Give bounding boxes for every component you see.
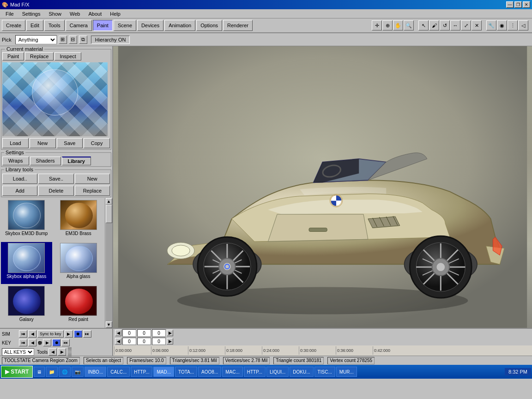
pick-dropdown[interactable]: Anything Objects Materials — [15, 35, 57, 44]
restore-button[interactable]: ❐ — [514, 1, 522, 8]
tl-nav-right-2[interactable]: ▶ — [167, 338, 173, 345]
taskbar-btn-tisc[interactable]: TISC... — [314, 367, 335, 377]
lib-new-btn[interactable]: New — [75, 174, 110, 184]
lib-load-btn[interactable]: Load.. — [2, 174, 37, 184]
nav-icon-1[interactable]: ✛ — [372, 20, 382, 30]
list-item[interactable]: Skybox EM3D Bump — [1, 199, 52, 241]
tl-input-2c[interactable] — [152, 338, 166, 345]
list-item[interactable]: Alpha glass — [53, 242, 104, 284]
tab-tools[interactable]: Tools — [44, 20, 65, 31]
delete-icon[interactable]: ✕ — [472, 20, 482, 30]
mat-copy-btn[interactable]: Copy — [84, 138, 110, 148]
scale-icon[interactable]: ⤢ — [461, 20, 471, 30]
sim-rewind[interactable]: ⏮ — [19, 330, 27, 338]
hierarchy-icon[interactable]: ⋮ — [508, 20, 518, 30]
taskbar-btn-mac[interactable]: MAC... — [222, 367, 243, 377]
list-item[interactable]: EM3D Brass — [53, 199, 104, 241]
start-button[interactable]: ▶ START — [1, 366, 33, 378]
taskbar-btn-folder[interactable]: 📁 — [46, 367, 58, 377]
paint-icon[interactable]: 🖌 — [429, 20, 439, 30]
pick-icon-3[interactable]: ⧉ — [79, 36, 87, 44]
scrollbar-track[interactable] — [106, 205, 112, 321]
tl-input-1c[interactable] — [152, 329, 166, 337]
list-item[interactable]: Red paint — [53, 285, 104, 327]
tl-input-2b[interactable] — [137, 338, 151, 345]
key-dot[interactable] — [37, 340, 42, 345]
tab-inspect-mat[interactable]: Inspect — [54, 52, 81, 60]
taskbar-btn-aoob[interactable]: AOO8... — [198, 367, 221, 377]
tab-options[interactable]: Options — [196, 20, 222, 31]
scroll-down-btn[interactable]: ▼ — [106, 321, 112, 328]
lib-add-btn[interactable]: Add — [2, 186, 37, 196]
tab-camera[interactable]: Camera — [66, 20, 92, 31]
sim-play[interactable]: ▶ — [65, 330, 73, 338]
drag-handle[interactable] — [68, 347, 72, 357]
taskbar-btn-mur[interactable]: MUR... — [336, 367, 357, 377]
tab-paint-mat[interactable]: Paint — [2, 52, 24, 60]
sync-to-key-btn[interactable]: Sync to key — [37, 330, 64, 338]
taskbar-btn-total[interactable]: TOTA... — [175, 367, 197, 377]
tools-next[interactable]: ▶ — [58, 348, 66, 356]
tab-replace-mat[interactable]: Replace — [25, 52, 54, 60]
sim-rec[interactable]: ⏺ — [74, 330, 82, 338]
scrollbar-thumb[interactable] — [106, 205, 112, 223]
cursor-icon[interactable]: ↖ — [418, 20, 429, 30]
taskbar-btn-inbox[interactable]: INBO... — [85, 367, 106, 377]
taskbar-btn-browser[interactable]: 🌐 — [59, 367, 71, 377]
minimize-button[interactable]: — — [506, 1, 514, 8]
transform-icon[interactable]: ↔ — [450, 20, 460, 30]
zoom-icon[interactable]: 🔍 — [404, 20, 414, 30]
tab-paint[interactable]: Paint — [93, 20, 113, 31]
menu-show[interactable]: Show — [45, 10, 65, 18]
lib-replace-btn[interactable]: Replace — [75, 186, 110, 196]
move-icon[interactable]: ✋ — [393, 20, 403, 30]
tab-devices[interactable]: Devices — [137, 20, 163, 31]
tools-prev[interactable]: ◀ — [48, 348, 57, 356]
wrench-icon[interactable]: 🔧 — [486, 20, 496, 30]
allkeys-dropdown[interactable]: ALL KEYS — [2, 348, 34, 356]
tl-input-1b[interactable] — [137, 329, 151, 337]
tab-edit[interactable]: Edit — [26, 20, 43, 31]
taskbar-btn-doku[interactable]: DOKU... — [290, 367, 313, 377]
rotate-icon[interactable]: ↺ — [440, 20, 450, 30]
key-next[interactable]: ⏭ — [61, 339, 70, 346]
tl-nav-left-1[interactable]: ◀ — [115, 330, 121, 336]
list-item[interactable]: Skybox alpha glass — [1, 242, 52, 284]
pick-icon-2[interactable]: ⊟ — [69, 36, 77, 44]
tab-wraps[interactable]: Wraps — [2, 157, 29, 165]
key-rewind[interactable]: ⏮ — [19, 339, 27, 346]
taskbar-btn-camera[interactable]: 📷 — [72, 367, 84, 377]
menu-settings[interactable]: Settings — [18, 10, 44, 18]
tab-shaders[interactable]: Shaders — [30, 157, 61, 165]
taskbar-btn-http1[interactable]: HTTP... — [131, 367, 152, 377]
tl-nav-right-1[interactable]: ▶ — [167, 330, 173, 336]
back-icon[interactable]: ◁ — [518, 20, 528, 30]
sim-prev[interactable]: ◀ — [28, 330, 36, 338]
close-button[interactable]: ✕ — [523, 1, 530, 8]
scroll-up-btn[interactable]: ▲ — [106, 198, 112, 205]
hierarchy-button[interactable]: Hierarchy ON — [91, 36, 130, 44]
mat-save-btn[interactable]: Save — [57, 138, 83, 148]
menu-help[interactable]: Help — [106, 10, 124, 18]
key-rec[interactable]: ⏺ — [52, 339, 60, 346]
taskbar-btn-liqui[interactable]: LIQUI... — [266, 367, 289, 377]
tl-nav-left-2[interactable]: ◀ — [115, 338, 121, 345]
menu-web[interactable]: Web — [66, 10, 84, 18]
mat-new-btn[interactable]: New — [30, 138, 56, 148]
nav-icon-2[interactable]: ⊕ — [382, 20, 393, 30]
tab-create[interactable]: Create — [2, 20, 25, 31]
taskbar-btn-mad[interactable]: MAD... — [153, 367, 174, 377]
pick-icon-1[interactable]: ⊞ — [59, 36, 67, 44]
tab-scene[interactable]: Scene — [114, 20, 136, 31]
viewport[interactable] — [113, 46, 532, 328]
key-play[interactable]: ▶ — [43, 339, 51, 346]
list-item[interactable]: Galaxy — [1, 285, 52, 327]
taskbar-btn-calc[interactable]: CALC... — [107, 367, 130, 377]
tab-renderer[interactable]: Renderer — [223, 20, 253, 31]
tab-library[interactable]: Library — [62, 157, 91, 165]
tab-animation[interactable]: Animation — [164, 20, 195, 31]
lib-save-btn[interactable]: Save.. — [38, 174, 73, 184]
material-icon[interactable]: ◉ — [497, 20, 507, 30]
sim-next[interactable]: ⏭ — [83, 330, 91, 338]
mat-load-btn[interactable]: Load — [2, 138, 29, 148]
